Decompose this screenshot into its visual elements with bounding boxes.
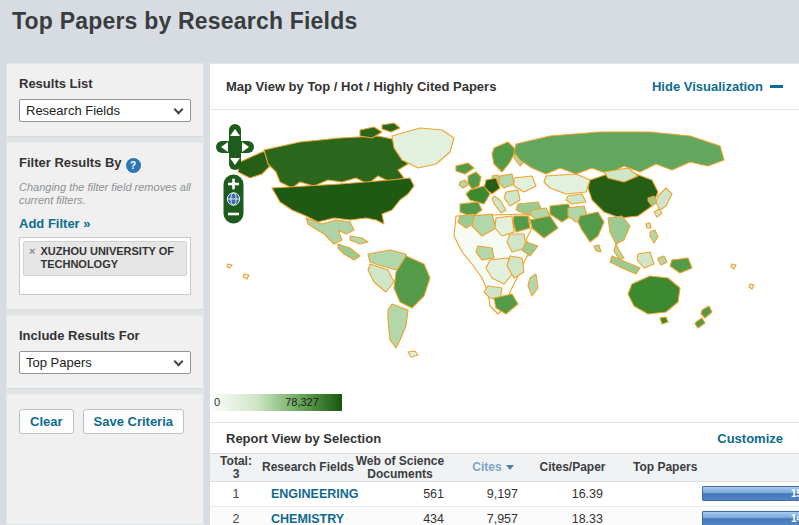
total-value: 3	[210, 468, 262, 481]
legend-min-label: 0	[214, 396, 220, 408]
top-papers-value: 14	[791, 513, 799, 524]
results-list-label: Results List	[19, 76, 191, 91]
filter-by-label-text: Filter Results By	[19, 155, 122, 170]
map-color-scale: 0 78,327	[211, 394, 342, 411]
map-pan-control[interactable]	[216, 124, 254, 170]
map-view-title: Map View by Top / Hot / Highly Cited Pap…	[226, 79, 496, 94]
hide-visualization-link[interactable]: Hide Visualization	[652, 79, 783, 94]
table-row: 2 CHEMISTRY 434 7,957 18.33 14	[210, 507, 799, 525]
row-rank: 1	[210, 487, 262, 501]
top-papers-bar: 14	[702, 511, 799, 525]
results-list-section: Results List Research Fields	[7, 64, 203, 136]
cites-value: 7,957	[456, 512, 530, 525]
chevron-down-icon	[174, 357, 184, 367]
total-label: Total:	[210, 455, 262, 468]
page-title: Top Papers by Research Fields	[12, 8, 357, 35]
research-field-link[interactable]: ENGINEERING	[262, 487, 344, 501]
top-papers-bar: 15	[702, 486, 799, 501]
main-panel: Map View by Top / Hot / Highly Cited Pap…	[210, 63, 799, 525]
map-view-header: Map View by Top / Hot / Highly Cited Pap…	[210, 64, 799, 110]
section-divider	[7, 309, 203, 316]
report-view-title: Report View by Selection	[226, 431, 381, 446]
filter-note: Changing the filter field removes all cu…	[19, 181, 191, 207]
documents-value: 434	[344, 512, 456, 525]
documents-value: 561	[344, 487, 456, 501]
cites-per-paper-value: 16.39	[530, 487, 615, 501]
world-map[interactable]	[210, 116, 790, 416]
add-filter-link[interactable]: Add Filter »	[19, 216, 91, 231]
legend-max-label: 78,327	[266, 396, 338, 408]
include-results-value: Top Papers	[26, 355, 92, 370]
include-results-label: Include Results For	[19, 328, 191, 343]
filter-tag[interactable]: × XUZHOU UNIVERSITY OF TECHNOLOGY	[23, 241, 187, 276]
map-countries[interactable]	[227, 123, 754, 357]
save-criteria-button[interactable]: Save Criteria	[83, 409, 185, 434]
cites-header-label: Cites	[472, 460, 501, 474]
row-rank: 2	[210, 512, 262, 525]
chevron-down-icon	[174, 105, 184, 115]
include-results-select[interactable]: Top Papers	[19, 351, 191, 374]
results-list-select[interactable]: Research Fields	[19, 99, 191, 122]
help-icon[interactable]: ?	[126, 158, 141, 173]
total-count: Total: 3	[210, 455, 262, 481]
table-header-row: Total: 3 Research Fields Web of Science …	[210, 453, 799, 482]
section-divider	[7, 136, 203, 143]
hide-visualization-label: Hide Visualization	[652, 79, 763, 94]
report-view-header: Report View by Selection Customize	[210, 423, 799, 453]
map-area: 0 78,327	[210, 110, 799, 423]
top-papers-cell: 14	[615, 511, 799, 525]
cites-per-paper-value: 18.33	[530, 512, 615, 525]
table-row: 1 ENGINEERING 561 9,197 16.39 15	[210, 482, 799, 507]
filters-sidebar: Results List Research Fields Filter Resu…	[6, 63, 204, 525]
remove-filter-icon[interactable]: ×	[29, 245, 35, 271]
column-header-cites-per-paper[interactable]: Cites/Paper	[530, 461, 615, 474]
column-header-research-fields[interactable]: Research Fields	[262, 461, 344, 474]
results-list-value: Research Fields	[26, 103, 120, 118]
section-divider	[7, 388, 203, 395]
customize-label: Customize	[717, 431, 783, 446]
include-results-section: Include Results For Top Papers	[7, 316, 203, 388]
filter-by-label: Filter Results By?	[19, 155, 191, 173]
column-header-top-papers[interactable]: Top Papers	[615, 461, 799, 474]
sidebar-actions: Clear Save Criteria	[7, 395, 203, 448]
sort-desc-icon	[506, 465, 514, 470]
clear-button[interactable]: Clear	[19, 409, 74, 434]
filter-tag-label: XUZHOU UNIVERSITY OF TECHNOLOGY	[40, 245, 181, 271]
top-papers-value: 15	[791, 488, 799, 499]
column-header-cites[interactable]: Cites	[456, 461, 530, 474]
cites-value: 9,197	[456, 487, 530, 501]
map-zoom-control[interactable]	[223, 174, 244, 224]
active-filters-box: × XUZHOU UNIVERSITY OF TECHNOLOGY	[19, 237, 191, 295]
research-field-link[interactable]: CHEMISTRY	[262, 512, 344, 525]
column-header-wos-documents[interactable]: Web of Science Documents	[344, 455, 456, 481]
customize-link[interactable]: Customize	[717, 431, 783, 446]
collapse-icon	[770, 85, 783, 88]
top-papers-cell: 15	[615, 486, 799, 502]
filter-by-section: Filter Results By? Changing the filter f…	[7, 143, 203, 309]
